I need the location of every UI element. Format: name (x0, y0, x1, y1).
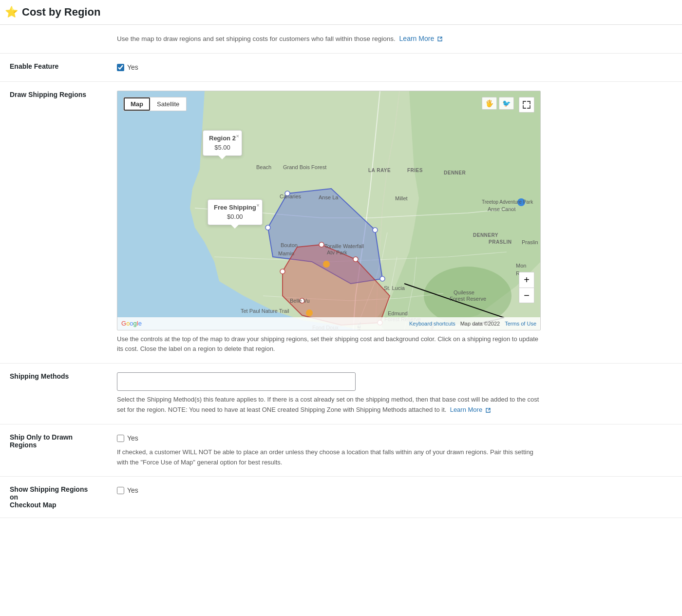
ship-only-checkbox-row: Yes (117, 433, 672, 443)
ship-only-content: Yes If checked, a customer WILL NOT be a… (107, 424, 682, 477)
google-logo: Google (121, 319, 142, 328)
page-wrapper: ⭐ Cost by Region Use the map to draw reg… (0, 0, 682, 616)
map-footer-right: Keyboard shortcuts Map data ©2022 Terms … (409, 320, 536, 328)
free-shipping-tooltip: × Free Shipping $0.00 (208, 199, 263, 225)
zoom-controls: + − (519, 272, 534, 303)
shipping-methods-label: Shipping Methods (0, 364, 107, 424)
svg-point-1 (424, 267, 512, 325)
free-shipping-close-button[interactable]: × (256, 201, 259, 210)
region2-tooltip-price: $5.00 (209, 143, 236, 153)
shipping-methods-learn-more-link[interactable]: Learn More (450, 406, 482, 413)
show-shipping-checkbox-label: Yes (127, 485, 138, 496)
ship-only-label: Ship Only to Drawn Regions (0, 424, 107, 477)
enable-feature-row: Enable Feature Yes (0, 53, 682, 81)
svg-point-4 (285, 191, 290, 196)
draw-shipping-regions-content: CHOISEL LABORIE VIEUX FORT VIEUX FORT MI… (107, 81, 682, 364)
map-container: CHOISEL LABORIE VIEUX FORT VIEUX FORT MI… (117, 91, 541, 330)
map-type-bar: Map Satellite (123, 97, 187, 111)
svg-point-10 (353, 257, 358, 262)
enable-feature-label: Enable Feature (0, 53, 107, 81)
free-shipping-tooltip-title: Free Shipping (214, 203, 256, 212)
region2-tooltip: × Region 2 $5.00 (203, 130, 242, 156)
enable-feature-checkbox-label: Yes (127, 62, 138, 73)
ship-only-checkbox[interactable] (117, 435, 124, 442)
page-title: Cost by Region (22, 6, 100, 19)
show-shipping-checkbox[interactable] (117, 487, 124, 494)
region2-close-button[interactable]: × (236, 132, 239, 140)
svg-point-5 (373, 228, 378, 232)
region2-tooltip-title: Region 2 (209, 134, 236, 143)
map-description: Use the controls at the top of the map t… (117, 334, 541, 355)
page-header: ⭐ Cost by Region (0, 0, 682, 25)
map-data-label: Map data ©2022 (460, 320, 500, 328)
ship-only-row: Ship Only to Drawn Regions Yes If checke… (0, 424, 682, 477)
svg-point-6 (380, 276, 385, 281)
svg-point-17 (306, 309, 313, 316)
draw-shipping-regions-row: Draw Shipping Regions (0, 81, 682, 364)
map-svg: CHOISEL LABORIE VIEUX FORT VIEUX FORT MI… (117, 91, 540, 330)
enable-feature-checkbox[interactable] (117, 64, 124, 71)
enable-feature-content: Yes (107, 53, 682, 81)
map-type-satellite-button[interactable]: Satellite (150, 97, 186, 111)
map-type-map-button[interactable]: Map (124, 97, 150, 111)
map-controls (519, 97, 534, 113)
ship-only-description: If checked, a customer WILL NOT be able … (117, 447, 541, 468)
intro-learn-more-link[interactable]: Learn More (399, 35, 435, 42)
free-shipping-tooltip-price: $0.00 (214, 212, 256, 222)
map-footer: Google Keyboard shortcuts Map data ©2022… (117, 317, 540, 330)
show-shipping-row: Show Shipping Regions on Checkout Map Ye… (0, 477, 682, 518)
svg-point-15 (517, 198, 525, 206)
map-bird-tool-button[interactable]: 🐦 (499, 97, 514, 110)
shipping-methods-content: Select the Shipping Method(s) this featu… (107, 364, 682, 424)
ship-only-checkbox-label: Yes (127, 433, 138, 443)
terms-of-use-link[interactable]: Terms of Use (505, 320, 536, 328)
svg-point-9 (319, 242, 324, 247)
shipping-methods-description: Select the Shipping Method(s) this featu… (117, 395, 541, 415)
zoom-out-button[interactable]: − (519, 288, 534, 303)
enable-feature-checkbox-row: Yes (117, 62, 672, 73)
external-link-icon (437, 36, 443, 42)
settings-table: Use the map to draw regions and set ship… (0, 25, 682, 518)
intro-label-cell (0, 25, 107, 53)
star-icon: ⭐ (5, 6, 18, 19)
show-shipping-content: Yes (107, 477, 682, 518)
intro-content: Use the map to draw regions and set ship… (107, 25, 682, 53)
svg-point-12 (300, 298, 304, 303)
shipping-methods-row: Shipping Methods Select the Shipping Met… (0, 364, 682, 424)
intro-description: Use the map to draw regions and set ship… (117, 35, 396, 42)
show-shipping-checkbox-row: Yes (117, 485, 672, 496)
map-hand-tool-button[interactable]: 🖐 (482, 97, 497, 110)
svg-point-16 (323, 261, 330, 268)
svg-point-3 (265, 225, 270, 230)
draw-shipping-regions-label: Draw Shipping Regions (0, 81, 107, 364)
fullscreen-button[interactable] (519, 97, 534, 113)
map-inner[interactable]: CHOISEL LABORIE VIEUX FORT VIEUX FORT MI… (117, 91, 540, 330)
map-tools: 🖐 🐦 (482, 97, 514, 110)
svg-point-8 (280, 269, 285, 274)
external-link-icon-2 (485, 407, 491, 413)
shipping-methods-input[interactable] (117, 372, 356, 391)
fullscreen-icon (522, 100, 531, 109)
keyboard-shortcuts-link[interactable]: Keyboard shortcuts (409, 320, 455, 328)
zoom-in-button[interactable]: + (519, 272, 534, 288)
show-shipping-label: Show Shipping Regions on Checkout Map (0, 477, 107, 518)
intro-row: Use the map to draw regions and set ship… (0, 25, 682, 53)
